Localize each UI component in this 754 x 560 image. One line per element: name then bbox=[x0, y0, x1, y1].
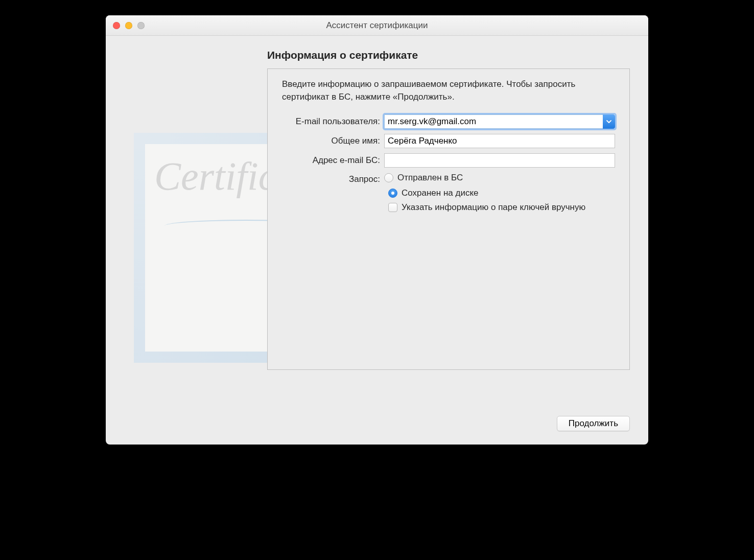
radio-row-sent: Отправлен в БС bbox=[384, 173, 615, 183]
row-common-name: Общее имя: bbox=[282, 134, 615, 148]
row-ca-email: Адрес e-mail БС: bbox=[282, 153, 615, 168]
row-keypair-checkbox: Указать информацию о паре ключей вручную bbox=[388, 202, 615, 213]
radio-sent-label[interactable]: Отправлен в БС bbox=[397, 173, 463, 183]
label-email-user: E-mail пользователя: bbox=[282, 116, 384, 127]
continue-button[interactable]: Продолжить bbox=[557, 416, 630, 431]
panel-inner: Введите информацию о запрашиваемом серти… bbox=[268, 69, 629, 225]
label-ca-email: Адрес e-mail БС: bbox=[282, 155, 384, 166]
chevron-down-icon bbox=[606, 118, 611, 126]
email-user-dropdown-button[interactable] bbox=[603, 114, 615, 129]
page-heading: Информация о сертификате bbox=[267, 49, 630, 61]
traffic-lights bbox=[106, 22, 145, 29]
titlebar: Ассистент сертификации bbox=[106, 15, 648, 36]
email-user-input[interactable] bbox=[384, 114, 603, 129]
radio-saved-label[interactable]: Сохранен на диске bbox=[402, 188, 478, 198]
footer: Продолжить bbox=[557, 416, 630, 431]
instruction-text: Введите информацию о запрашиваемом серти… bbox=[282, 78, 615, 103]
minimize-button[interactable] bbox=[125, 22, 132, 29]
radio-saved-to-disk[interactable] bbox=[388, 189, 397, 198]
window-title: Ассистент сертификации bbox=[106, 20, 648, 31]
radio-sent-to-ca[interactable] bbox=[384, 173, 393, 182]
ca-email-input[interactable] bbox=[384, 153, 615, 168]
keypair-manual-checkbox[interactable] bbox=[388, 203, 397, 212]
close-button[interactable] bbox=[113, 22, 120, 29]
label-common-name: Общее имя: bbox=[282, 136, 384, 146]
radio-row-saved: Сохранен на диске bbox=[388, 188, 615, 198]
row-email-user: E-mail пользователя: bbox=[282, 114, 615, 129]
keypair-manual-label[interactable]: Указать информацию о паре ключей вручную bbox=[402, 202, 585, 213]
row-request: Запрос: Отправлен в БС bbox=[282, 173, 615, 186]
assistant-window: Ассистент сертификации Certificate Инфор… bbox=[106, 15, 648, 445]
content-area: Certificate Информация о сертификате Вве… bbox=[106, 36, 648, 445]
email-user-combobox[interactable] bbox=[384, 114, 615, 129]
maximize-button bbox=[137, 22, 145, 29]
form-panel: Введите информацию о запрашиваемом серти… bbox=[267, 68, 630, 370]
label-request: Запрос: bbox=[282, 174, 384, 184]
common-name-input[interactable] bbox=[384, 134, 615, 148]
